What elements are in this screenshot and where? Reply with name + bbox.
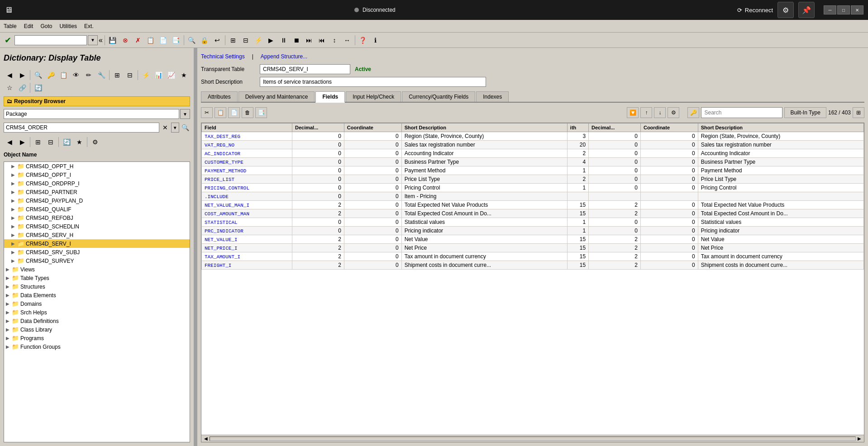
reconnect-button[interactable]: ⟳ Reconnect [737, 7, 773, 14]
technical-settings-link[interactable]: Technical Settings [201, 53, 245, 60]
tb-btn-12[interactable]: ▶ [265, 34, 277, 46]
col-shortdesc1[interactable]: Short Description [401, 123, 567, 132]
lt-btn-3[interactable]: 🔍 [32, 69, 44, 81]
tree-item-crms4d-payplan-d[interactable]: ▶ 📁 CRMS4D_PAYPLAN_D [4, 196, 190, 205]
package-dropdown[interactable]: ▼ [180, 109, 190, 119]
help-button[interactable]: ❓ [357, 34, 369, 46]
table-row[interactable]: COST_AMOUNT_MAN 2 0 Total Expected Cost … [202, 209, 864, 218]
lt-btn-8[interactable]: 🔧 [95, 69, 107, 81]
tree-item-crms4d-serv-i[interactable]: ▶ 📁 CRMS4D_SERV_I [4, 239, 190, 248]
cell-field[interactable]: NET_VALUE_MAN_I [202, 201, 292, 209]
horizontal-scrollbar[interactable]: ◀ ▶ [201, 435, 864, 442]
menu-item-table[interactable]: Table [4, 23, 17, 29]
lt-btn-16[interactable]: 🔗 [16, 82, 28, 94]
col-decimal2[interactable]: Decimal... [589, 123, 641, 132]
col-field[interactable]: Field [202, 123, 292, 132]
tb-btn-9[interactable]: ⊞ [227, 34, 239, 46]
tb-btn-2[interactable]: ✗ [132, 34, 144, 46]
refresh-button[interactable]: 🔄 [61, 136, 72, 148]
cell-field[interactable]: PRC_INDICATOR [202, 227, 292, 235]
cell-field[interactable]: NET_VALUE_I [202, 235, 292, 244]
tree-item-srch-helps[interactable]: ▶ 📁 Srch Helps [4, 308, 190, 317]
tb-btn-5[interactable]: 📑 [170, 34, 182, 46]
cell-field[interactable]: TAX_DEST_REG [202, 132, 292, 141]
cell-field[interactable]: VAT_REG_NO [202, 141, 292, 149]
scroll-left[interactable]: ◀ [202, 436, 210, 441]
table-row[interactable]: NET_VALUE_I 2 0 Net Value 15 2 0 Net Val… [202, 235, 864, 244]
tt-btn-delete[interactable]: 🗑 [242, 107, 253, 118]
table-row[interactable]: VAT_REG_NO 0 0 Sales tax registration nu… [202, 141, 864, 149]
lt-btn-7[interactable]: ✏ [83, 69, 95, 81]
settings-button[interactable]: ⚙ [777, 2, 794, 18]
cell-field[interactable]: PAYMENT_METHOD [202, 166, 292, 175]
lt-btn-4[interactable]: 🔑 [45, 69, 57, 81]
tab-currency[interactable]: Currency/Quantity Fields [402, 91, 475, 102]
cell-field[interactable]: CUSTOMER_TYPE [202, 158, 292, 166]
lt-btn-10[interactable]: ⊟ [124, 69, 136, 81]
table-row[interactable]: AC_INDICATOR 0 0 Accounting Indicator 2 … [202, 149, 864, 158]
cell-field[interactable]: TAX_AMOUNT_I [202, 252, 292, 261]
nav-left-1[interactable]: ◀ [4, 136, 15, 148]
tb-btn-17[interactable]: ↕ [329, 34, 340, 46]
lt-btn-12[interactable]: 📊 [153, 69, 164, 81]
search-go-button[interactable]: 🔍 [180, 122, 190, 133]
table-row[interactable]: PRC_INDICATOR 0 0 Pricing indicator 1 0 … [202, 227, 864, 235]
lt-btn-17[interactable]: 🔄 [32, 82, 44, 94]
tb-btn-18[interactable]: ↔ [341, 34, 353, 46]
search-dropdown[interactable]: ▼ [171, 123, 180, 133]
cell-field[interactable]: FREIGHT_I [202, 261, 292, 270]
menu-item-ext[interactable]: Ext. [84, 23, 94, 29]
tb-btn-13[interactable]: ⏸ [278, 34, 290, 46]
tree-item-programs[interactable]: ▶ 📁 Programs [4, 334, 190, 342]
tree-item-crms4d-refobj[interactable]: ▶ 📁 CRMS4D_REFOBJ [4, 214, 190, 222]
table-row[interactable]: PAYMENT_METHOD 0 0 Payment Method 1 0 0 … [202, 166, 864, 175]
tree-item-crms4d-oppt-i[interactable]: ▶ 📁 CRMS4D_OPPT_I [4, 171, 190, 179]
search-input[interactable] [4, 123, 159, 133]
tt-btn-copy[interactable]: 📋 [215, 107, 226, 118]
maximize-button[interactable]: □ [837, 5, 850, 14]
tb-btn-3[interactable]: 📋 [145, 34, 157, 46]
tb-btn-6[interactable]: 🔍 [186, 34, 198, 46]
menu-item-edit[interactable]: Edit [24, 23, 33, 29]
cell-field[interactable]: COST_AMOUNT_MAN [202, 209, 292, 218]
green-check-button[interactable]: ✔ [2, 34, 14, 46]
lt-btn-11[interactable]: ⚡ [140, 69, 152, 81]
pin-button[interactable]: 📌 [798, 2, 815, 18]
table-search-input[interactable] [701, 107, 782, 118]
tree-container[interactable]: ▶ 📁 CRMS4D_OPPT_H ▶ 📁 CRMS4D_OPPT_I ▶ 📁 … [4, 161, 190, 442]
col-coord2[interactable]: Coordinate [640, 123, 698, 132]
col-shortdesc2[interactable]: Short Description [698, 123, 863, 132]
tree-item-crms4d-oppt-h[interactable]: ▶ 📁 CRMS4D_OPPT_H [4, 162, 190, 171]
tree-item-structures[interactable]: ▶ 📁 Structures [4, 282, 190, 291]
tt-btn-cut[interactable]: ✂ [201, 107, 213, 118]
tb-btn-14[interactable]: ⏹ [291, 34, 302, 46]
nav-input[interactable] [14, 35, 87, 45]
tree-item-crms4d-srv-subj[interactable]: ▶ 📁 CRMS4D_SRV_SUBJ [4, 248, 190, 256]
tab-fields[interactable]: Fields [315, 91, 345, 103]
table-row[interactable]: PRICING_CONTROL 0 0 Pricing Control 1 0 … [202, 184, 864, 192]
tt-btn-5[interactable]: 📑 [255, 107, 267, 118]
tb-btn-11[interactable]: ⚡ [253, 34, 264, 46]
nav-back-icon[interactable]: « [99, 36, 103, 44]
tt-btn-sort-asc[interactable]: ↑ [640, 107, 652, 118]
table-row[interactable]: PRICE_LIST 0 0 Price List Type 2 0 0 Pri… [202, 175, 864, 184]
col-coord1[interactable]: Coordinate [344, 123, 401, 132]
tt-btn-settings[interactable]: ⚙ [668, 107, 679, 118]
package-select[interactable]: Package [4, 109, 179, 119]
built-in-type-button[interactable]: Built-In Type [784, 107, 826, 118]
lt-btn-13[interactable]: 📈 [165, 69, 177, 81]
tb-btn-1[interactable]: ⊗ [119, 34, 131, 46]
cell-field[interactable]: PRICING_CONTROL [202, 184, 292, 192]
tab-indexes[interactable]: Indexes [476, 91, 509, 102]
tree-item-crms4d-survey[interactable]: ▶ 📁 CRMS4D_SURVEY [4, 256, 190, 265]
table-row[interactable]: .INCLUDE 0 0 Item - Pricing [202, 192, 864, 201]
table-row[interactable]: FREIGHT_I 2 0 Shipment costs in document… [202, 261, 864, 270]
tree-item-crms4d-schedlin[interactable]: ▶ 📁 CRMS4D_SCHEDLIN [4, 222, 190, 231]
tab-input-help[interactable]: Input Help/Check [346, 91, 401, 102]
tree-item-table-types[interactable]: ▶ 📁 Table Types [4, 274, 190, 282]
tree-item-crms4d-qualif[interactable]: ▶ 📁 CRMS4D_QUALIF [4, 205, 190, 214]
tb-btn-4[interactable]: 📄 [157, 34, 169, 46]
lt-btn-14[interactable]: ★ [178, 69, 190, 81]
col-decimal1[interactable]: Decimal... [292, 123, 344, 132]
tt-btn-filter[interactable]: 🔽 [627, 107, 639, 118]
